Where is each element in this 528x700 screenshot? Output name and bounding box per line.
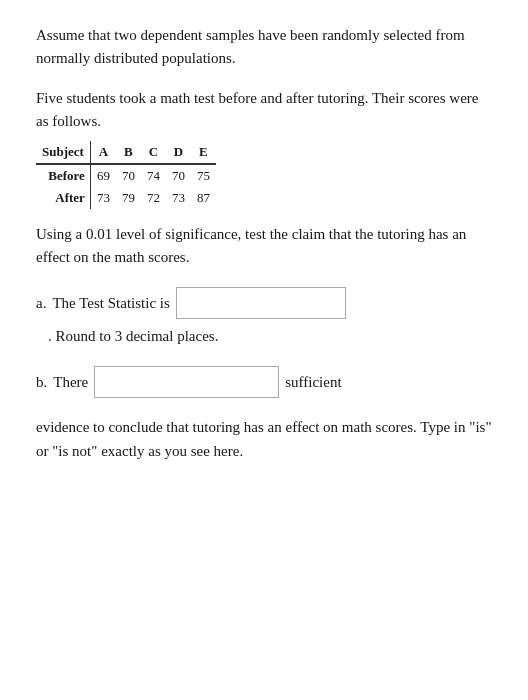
col-header-e: E (191, 141, 216, 164)
part-a-label: a. (36, 292, 46, 315)
part-b-label: b. (36, 371, 47, 394)
cell-before-d: 70 (166, 164, 191, 187)
cell-after-e: 87 (191, 187, 216, 209)
cell-before-e: 75 (191, 164, 216, 187)
part-b-row: b. There sufficient (36, 366, 492, 398)
cell-after-b: 79 (116, 187, 141, 209)
part-a-prefix: The Test Statistic is (52, 292, 169, 315)
dot-prefix: . (48, 328, 56, 344)
part-b-prefix: There (53, 371, 88, 394)
col-header-c: C (141, 141, 166, 164)
test-statistic-input[interactable] (176, 287, 346, 319)
there-input[interactable] (94, 366, 279, 398)
table-row-before: Before 69 70 74 70 75 (36, 164, 216, 187)
col-header-b: B (116, 141, 141, 164)
col-header-a: A (90, 141, 116, 164)
intro-paragraph3: Using a 0.01 level of significance, test… (36, 223, 492, 270)
col-header-d: D (166, 141, 191, 164)
row-label-after: After (36, 187, 90, 209)
round-note: . Round to 3 decimal places. (48, 325, 492, 348)
conclusion-text: evidence to conclude that tutoring has a… (36, 416, 492, 463)
cell-before-c: 74 (141, 164, 166, 187)
intro-paragraph1: Assume that two dependent samples have b… (36, 24, 492, 71)
row-label-before: Before (36, 164, 90, 187)
part-a-row: a. The Test Statistic is (36, 287, 492, 319)
col-header-subject: Subject (36, 141, 90, 164)
cell-after-c: 72 (141, 187, 166, 209)
cell-before-a: 69 (90, 164, 116, 187)
cell-after-d: 73 (166, 187, 191, 209)
intro-paragraph2: Five students took a math test before an… (36, 87, 492, 134)
part-b-suffix: sufficient (285, 371, 341, 394)
scores-table: Subject A B C D E Before 69 70 74 70 75 (36, 141, 216, 209)
cell-after-a: 73 (90, 187, 116, 209)
table-row-after: After 73 79 72 73 87 (36, 187, 216, 209)
cell-before-b: 70 (116, 164, 141, 187)
